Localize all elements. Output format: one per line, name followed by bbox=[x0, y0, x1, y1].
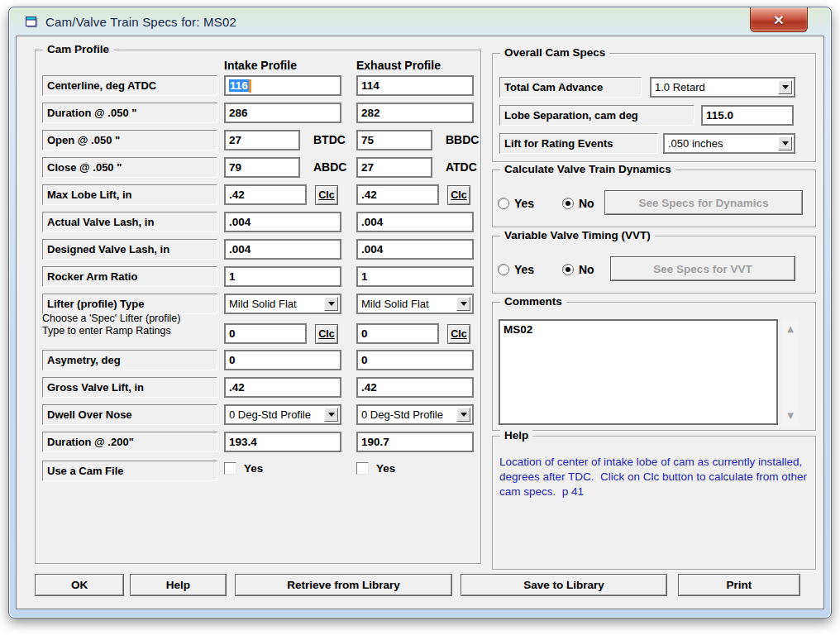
duration-050-intake-input[interactable] bbox=[224, 103, 341, 123]
scroll-up-icon[interactable]: ▲ bbox=[782, 324, 799, 333]
label-open-050: Open @ .050 " bbox=[42, 130, 217, 150]
open-050-intake-input[interactable] bbox=[224, 130, 300, 150]
help-button[interactable]: Help bbox=[130, 574, 227, 596]
dwell-exhaust-select[interactable]: 0 Deg-Std Profile bbox=[356, 404, 474, 425]
max-lobe-lift-exhaust-input[interactable] bbox=[356, 184, 439, 205]
ramp-note-line1: Choose a 'Spec' Lifter (profile) bbox=[42, 313, 180, 325]
down-triangle-icon bbox=[328, 413, 335, 417]
vvt-group: Variable Valve Timing (VVT) Yes No See S… bbox=[492, 236, 816, 294]
valve-train-dynamics-title: Calculate Valve Train Dynamics bbox=[500, 163, 675, 175]
label-duration-200: Duration @ .200" bbox=[42, 432, 217, 452]
exhaust-profile-header: Exhaust Profile bbox=[356, 59, 441, 72]
dynamics-no-label: No bbox=[579, 197, 594, 210]
duration-050-exhaust-input[interactable] bbox=[356, 103, 474, 123]
vvt-yes-radio[interactable] bbox=[498, 264, 509, 275]
label-asymetry: Asymetry, deg bbox=[42, 350, 217, 370]
clc-button-max-lobe-intake[interactable]: Clc bbox=[315, 185, 338, 205]
dwell-intake-value: 0 Deg-Std Profile bbox=[226, 408, 324, 421]
max-lobe-lift-intake-input[interactable] bbox=[224, 184, 307, 205]
lobe-separation-input[interactable] bbox=[701, 105, 794, 126]
centerline-intake-input[interactable]: 116 bbox=[224, 75, 341, 96]
label-lift-rating-events: Lift for Rating Events bbox=[499, 133, 658, 154]
total-cam-advance-value: 1.0 Retard bbox=[651, 81, 778, 93]
lifter-type-exhaust-select[interactable]: Mild Solid Flat bbox=[356, 294, 474, 314]
ramp-rating-intake-input[interactable] bbox=[224, 323, 307, 344]
open-050-exhaust-input[interactable] bbox=[356, 130, 432, 150]
label-close-050: Close @ .050 " bbox=[42, 157, 217, 178]
dropdown-arrow-icon[interactable] bbox=[324, 297, 338, 311]
help-title: Help bbox=[500, 429, 532, 442]
label-lifter-type: Lifter (profile) Type bbox=[42, 294, 217, 314]
gross-lift-exhaust-input[interactable] bbox=[356, 377, 474, 398]
lift-rating-events-value: .050 inches bbox=[665, 137, 778, 150]
designed-lash-intake-input[interactable] bbox=[224, 239, 341, 260]
comments-scrollbar[interactable]: ▲ ▼ bbox=[782, 319, 799, 425]
vvt-no-label: No bbox=[579, 263, 594, 276]
see-specs-for-dynamics-button[interactable]: See Specs for Dynamics bbox=[604, 190, 803, 215]
comments-textarea[interactable]: MS02 bbox=[499, 319, 778, 425]
label-rocker-ratio: Rocker Arm Ratio bbox=[42, 266, 217, 287]
label-actual-lash: Actual Valve Lash, in bbox=[42, 212, 217, 232]
dwell-intake-select[interactable]: 0 Deg-Std Profile bbox=[224, 404, 341, 425]
scroll-down-icon[interactable]: ▼ bbox=[782, 411, 799, 420]
duration-200-exhaust-input[interactable] bbox=[356, 432, 474, 452]
label-dwell: Dwell Over Nose bbox=[42, 404, 217, 425]
vvt-title: Variable Valve Timing (VVT) bbox=[500, 229, 655, 241]
asymetry-exhaust-input[interactable] bbox=[356, 350, 474, 370]
label-use-cam-file: Use a Cam File bbox=[42, 461, 217, 481]
label-centerline: Centerline, deg ATDC bbox=[42, 75, 217, 96]
dynamics-yes-label: Yes bbox=[514, 197, 534, 210]
lifter-type-exhaust-value: Mild Solid Flat bbox=[358, 298, 456, 310]
total-cam-advance-select[interactable]: 1.0 Retard bbox=[650, 77, 795, 98]
lifter-type-intake-select[interactable]: Mild Solid Flat bbox=[224, 294, 341, 314]
asymetry-intake-input[interactable] bbox=[224, 350, 341, 370]
clc-button-max-lobe-exhaust[interactable]: Clc bbox=[447, 185, 470, 205]
comments-group: Comments MS02 ▲ ▼ bbox=[492, 302, 816, 431]
close-intake-suffix: ABDC bbox=[313, 160, 346, 174]
selected-text: 116 bbox=[229, 79, 249, 92]
rocker-ratio-intake-input[interactable] bbox=[224, 266, 341, 287]
down-triangle-icon bbox=[461, 302, 467, 306]
actual-lash-intake-input[interactable] bbox=[224, 212, 341, 232]
rocker-ratio-exhaust-input[interactable] bbox=[356, 266, 474, 287]
close-050-intake-input[interactable] bbox=[224, 157, 300, 178]
open-exhaust-suffix: BBDC bbox=[446, 133, 479, 146]
clc-button-ramp-intake[interactable]: Clc bbox=[315, 324, 338, 344]
label-max-lobe-lift: Max Lobe Lift, in bbox=[42, 184, 217, 205]
ok-button[interactable]: OK bbox=[35, 574, 124, 596]
dynamics-no-radio[interactable] bbox=[562, 198, 574, 209]
vvt-no-radio[interactable] bbox=[562, 264, 574, 275]
open-intake-suffix: BTDC bbox=[313, 133, 346, 146]
actual-lash-exhaust-input[interactable] bbox=[356, 212, 474, 232]
duration-200-intake-input[interactable] bbox=[224, 432, 341, 452]
lift-rating-events-select[interactable]: .050 inches bbox=[663, 133, 795, 154]
dropdown-arrow-icon[interactable] bbox=[778, 80, 792, 94]
cam-profile-group-title: Cam Profile bbox=[43, 43, 113, 55]
overall-cam-specs-title: Overall Cam Specs bbox=[500, 46, 609, 59]
overall-cam-specs-group: Overall Cam Specs Total Cam Advance 1.0 … bbox=[492, 53, 816, 162]
retrieve-from-library-button[interactable]: Retrieve from Library bbox=[235, 574, 452, 596]
close-050-exhaust-input[interactable] bbox=[356, 157, 432, 178]
valve-train-dynamics-group: Calculate Valve Train Dynamics Yes No Se… bbox=[492, 169, 816, 227]
close-button[interactable]: × bbox=[750, 7, 808, 32]
dialog-client-area: Cam Profile Intake Profile Exhaust Profi… bbox=[16, 36, 824, 609]
use-cam-file-intake-label: Yes bbox=[244, 462, 263, 475]
dropdown-arrow-icon[interactable] bbox=[456, 408, 470, 422]
dropdown-arrow-icon[interactable] bbox=[324, 408, 338, 422]
see-specs-for-vvt-button[interactable]: See Specs for VVT bbox=[610, 256, 795, 281]
ramp-rating-note: Choose a 'Spec' Lifter (profile) Type to… bbox=[42, 313, 180, 337]
gross-lift-intake-input[interactable] bbox=[224, 377, 341, 398]
dynamics-yes-radio[interactable] bbox=[498, 198, 509, 209]
use-cam-file-exhaust-checkbox[interactable] bbox=[356, 462, 369, 475]
dropdown-arrow-icon[interactable] bbox=[456, 297, 470, 311]
use-cam-file-intake-checkbox[interactable] bbox=[224, 462, 236, 475]
ramp-rating-exhaust-input[interactable] bbox=[356, 323, 439, 344]
print-button[interactable]: Print bbox=[678, 574, 800, 596]
dropdown-arrow-icon[interactable] bbox=[778, 136, 792, 150]
title-bar: Cam/Valve Train Specs for: MS02 bbox=[9, 7, 831, 36]
centerline-exhaust-input[interactable] bbox=[356, 75, 474, 96]
clc-button-ramp-exhaust[interactable]: Clc bbox=[447, 324, 470, 344]
designed-lash-exhaust-input[interactable] bbox=[356, 239, 474, 260]
help-text: Location of center of intake lobe of cam… bbox=[499, 455, 809, 499]
save-to-library-button[interactable]: Save to Library bbox=[461, 574, 667, 596]
